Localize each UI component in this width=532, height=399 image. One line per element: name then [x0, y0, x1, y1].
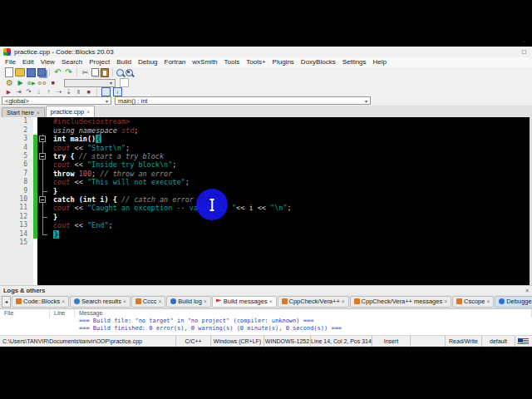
next-instruction-icon[interactable]: ⇢	[55, 88, 62, 96]
code-line[interactable]: 3int main(){	[0, 135, 532, 143]
minimize-icon[interactable]: –	[516, 36, 532, 47]
close-tab-icon[interactable]: ×	[342, 298, 345, 304]
editor-tab-start-here[interactable]: Start here×	[2, 107, 45, 117]
fold-collapse-icon[interactable]	[39, 135, 46, 142]
close-tab-icon[interactable]: ×	[158, 298, 161, 304]
maximize-icon[interactable]: □	[516, 47, 532, 57]
build-and-run-icon[interactable]: ⚙▶	[27, 78, 36, 87]
run-to-cursor-icon[interactable]: ⇥	[15, 88, 22, 96]
log-tab-debugger[interactable]: Debugger×	[495, 296, 532, 308]
code-line[interactable]: 8cout << "This will not execute";	[0, 178, 532, 186]
menu-item-view[interactable]: View	[37, 58, 58, 66]
scope-combo[interactable]: <global> ▾	[2, 96, 111, 105]
close-tab-icon[interactable]: ×	[123, 298, 126, 304]
status-personality: default	[482, 336, 515, 347]
code-line[interactable]: 4cout << "Start\n";	[0, 144, 532, 152]
log-tab-build-messages[interactable]: Build messages×	[212, 296, 277, 308]
debugging-windows-icon[interactable]	[101, 87, 111, 96]
undo-icon[interactable]: ↶	[53, 68, 62, 77]
symbol-combo[interactable]: main() : int ▾	[115, 96, 371, 105]
open-file-icon[interactable]	[15, 68, 25, 76]
replace-icon[interactable]	[126, 69, 133, 76]
code-line[interactable]: 13cout << "End";	[0, 221, 532, 229]
next-line-icon[interactable]: ↷	[25, 88, 32, 96]
code-line[interactable]: 5try { // start a try block	[0, 152, 532, 160]
build-target-combo[interactable]: ▾	[64, 79, 116, 87]
menu-item-file[interactable]: File	[2, 58, 19, 66]
redo-icon[interactable]: ↷	[64, 68, 73, 77]
debug-continue-icon[interactable]: ▶	[5, 88, 12, 96]
code-line[interactable]: 10catch (int i) { // catch an error	[0, 195, 532, 204]
step-out-icon[interactable]: ↑	[45, 88, 52, 96]
abort-build-icon[interactable]: ■	[48, 78, 57, 87]
code-line[interactable]: 1#include<iostream>	[0, 117, 532, 126]
close-tab-icon[interactable]: ×	[37, 110, 40, 116]
fold-collapse-icon[interactable]	[39, 196, 46, 203]
close-tab-icon[interactable]: ×	[444, 298, 447, 304]
toolbar-separator	[96, 88, 97, 96]
chevron-down-icon: ▾	[365, 98, 367, 104]
close-tab-icon[interactable]: ×	[86, 109, 90, 115]
fold-collapse-icon[interactable]	[39, 153, 46, 160]
code-line[interactable]: 2using namespace std;	[0, 126, 532, 135]
code-line[interactable]: 12}	[0, 213, 532, 221]
close-tab-icon[interactable]: ×	[62, 298, 65, 304]
code-line[interactable]: 9}	[0, 187, 532, 195]
code-line[interactable]: 11cout << "Caught an exception -- value …	[0, 204, 532, 212]
log-tab-code-blocks[interactable]: Code::Blocks×	[12, 296, 69, 308]
line-number: 11	[0, 204, 33, 212]
menu-item-doxyblocks[interactable]: DoxyBlocks	[298, 58, 339, 66]
scroll-tabs-left-icon[interactable]: ◂	[2, 296, 11, 308]
close-tab-icon[interactable]: ×	[204, 298, 207, 304]
log-tab-build-log[interactable]: Build log×	[166, 296, 211, 308]
log-tab-cscope[interactable]: Cscope×	[452, 296, 494, 308]
menu-item-settings[interactable]: Settings	[339, 58, 370, 66]
close-tab-icon[interactable]: ×	[486, 298, 490, 304]
save-icon[interactable]	[27, 68, 36, 77]
log-tab-search-results[interactable]: Search results×	[70, 296, 131, 308]
menu-item-tools[interactable]: Tools+	[243, 58, 268, 66]
menu-item-help[interactable]: Help	[370, 58, 390, 66]
menu-item-search[interactable]: Search	[58, 58, 86, 66]
code-line[interactable]: 6cout << "Inside try block\n";	[0, 160, 532, 169]
build-icon[interactable]: ⚙	[5, 78, 14, 87]
menu-item-project[interactable]: Project	[86, 58, 113, 66]
log-tab-cccc[interactable]: Cccc×	[131, 296, 165, 308]
cut-icon[interactable]: ✂	[81, 68, 90, 77]
rebuild-icon[interactable]: ⚙⚙	[37, 78, 47, 87]
table-row[interactable]: === Build file: "no target" in "no proje…	[0, 318, 532, 325]
menu-item-plugins[interactable]: Plugins	[269, 58, 298, 66]
menu-item-wxsmith[interactable]: wxSmith	[189, 58, 220, 66]
find-icon[interactable]	[116, 69, 124, 76]
stop-debugger-icon[interactable]: ■	[85, 88, 92, 96]
log-tab-cppcheck-vera[interactable]: CppCheck/Vera++×	[278, 296, 349, 308]
table-row[interactable]: === Build finished: 0 error(s), 0 warnin…	[0, 325, 532, 332]
menu-item-build[interactable]: Build	[113, 58, 135, 66]
various-info-icon[interactable]: i	[113, 87, 122, 96]
menu-item-edit[interactable]: Edit	[19, 58, 37, 66]
step-into-instruction-icon[interactable]: ⇣	[65, 88, 72, 96]
code-line[interactable]: 14}	[0, 230, 532, 239]
editor-tab-practice-cpp[interactable]: practice.cpp×	[46, 106, 95, 117]
step-into-icon[interactable]: ↓	[35, 88, 42, 96]
new-file-icon[interactable]	[5, 67, 13, 77]
log-tab-label: Search results	[81, 298, 121, 305]
paste-icon[interactable]	[101, 68, 109, 77]
close-tab-icon[interactable]: ×	[269, 298, 273, 304]
run-icon[interactable]: ▶	[16, 78, 25, 87]
code-line[interactable]: 15	[0, 239, 532, 247]
toolbar-separator	[49, 68, 50, 76]
fold-guide-line	[42, 221, 43, 229]
menu-item-tools[interactable]: Tools	[221, 58, 244, 66]
close-logs-icon[interactable]: ×	[525, 288, 529, 293]
save-all-icon[interactable]	[37, 68, 46, 76]
target-options-icon[interactable]	[120, 78, 129, 87]
copy-icon[interactable]	[91, 68, 99, 76]
status-file-path: C:\Users\TANVIR\Documents\tanvir\OOP\pra…	[0, 336, 176, 347]
code-editor[interactable]: 1#include<iostream>2using namespace std;…	[0, 117, 532, 285]
menu-item-debug[interactable]: Debug	[135, 58, 161, 66]
menu-item-fortran[interactable]: Fortran	[161, 58, 190, 66]
code-line[interactable]: 7throw 100; // throw an error	[0, 170, 532, 178]
log-tab-cppcheck-vera-messages[interactable]: CppCheck/Vera++ messages×	[350, 296, 451, 308]
break-debugger-icon[interactable]: ‖	[75, 88, 82, 96]
